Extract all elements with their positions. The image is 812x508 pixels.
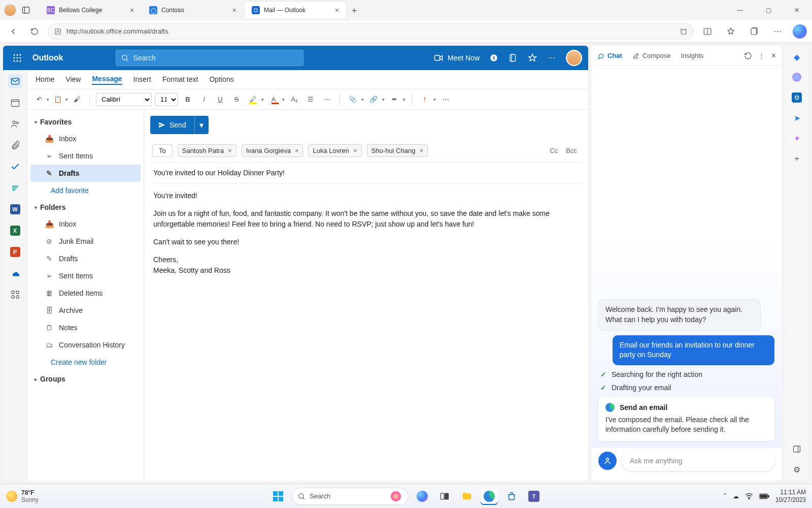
copilot-sidebar-icon[interactable]	[791, 71, 803, 83]
new-tab-button[interactable]: ＋	[347, 3, 361, 17]
edge-taskbar-icon[interactable]	[481, 488, 498, 505]
groups-section[interactable]: ▸Groups	[30, 371, 141, 387]
refresh-icon[interactable]	[744, 52, 752, 60]
onedrive-tray-icon[interactable]: ☁	[733, 493, 739, 500]
back-button[interactable]	[5, 23, 21, 40]
chevron-down-icon[interactable]: ▾	[47, 97, 49, 102]
outlook-sidebar-icon[interactable]: O	[791, 91, 803, 104]
files-rail-icon[interactable]	[8, 138, 22, 152]
split-screen-icon[interactable]	[699, 23, 716, 40]
search-sidebar-icon[interactable]: ◆	[791, 51, 803, 63]
favorites-icon[interactable]	[723, 23, 739, 40]
remove-chip-icon[interactable]: ×	[295, 147, 299, 154]
tab-bellows-college[interactable]: BC Bellows College ×	[40, 2, 141, 19]
address-bar[interactable]: http://outlook.office.com/mail/drafts	[48, 23, 694, 40]
close-icon[interactable]: ×	[232, 6, 236, 14]
bullets-button[interactable]: ☰	[304, 93, 317, 106]
chevron-down-icon[interactable]: ▾	[261, 97, 264, 102]
remove-chip-icon[interactable]: ×	[419, 147, 423, 154]
link-button[interactable]: 🔗	[367, 93, 380, 106]
ribbon-tab-format-text[interactable]: Format text	[162, 75, 198, 84]
site-info-icon[interactable]	[54, 28, 61, 35]
folders-section[interactable]: ▾Folders	[30, 199, 141, 215]
recipient-chip[interactable]: Luka Lovren×	[308, 144, 361, 157]
folder-inbox[interactable]: 📥Inbox	[30, 215, 141, 233]
bold-button[interactable]: B	[181, 93, 194, 106]
folder-sent[interactable]: ➢Sent Items	[30, 267, 141, 284]
recipient-chip[interactable]: Shu-hui Chang×	[367, 144, 428, 157]
remove-chip-icon[interactable]: ×	[228, 147, 232, 154]
hide-sidebar-icon[interactable]	[791, 443, 803, 455]
remove-chip-icon[interactable]: ×	[353, 147, 357, 154]
underline-button[interactable]: U	[214, 93, 227, 106]
people-rail-icon[interactable]	[8, 117, 22, 131]
highlight-button[interactable]: 🖊	[246, 93, 259, 106]
file-explorer-icon[interactable]	[458, 488, 476, 505]
start-button[interactable]	[269, 488, 287, 505]
format-painter-button[interactable]: 🖌	[70, 93, 83, 106]
clear-formatting-button[interactable]: Aᵪ	[288, 93, 301, 106]
message-body[interactable]: You're invited! Join us for a night of f…	[150, 183, 583, 283]
recipient-chip[interactable]: Santosh Patra×	[178, 144, 236, 157]
profile-avatar[interactable]	[4, 4, 16, 16]
add-sidebar-icon[interactable]: ＋	[791, 152, 803, 165]
copilot-taskbar-icon[interactable]	[414, 488, 431, 505]
more-formatting-button[interactable]: ⋯	[320, 93, 333, 106]
copilot-input[interactable]: Ask me anything	[622, 451, 774, 471]
copilot-avatar-icon[interactable]	[598, 452, 617, 470]
send-sidebar-icon[interactable]: ➤	[791, 112, 803, 124]
send-button[interactable]: Send ▾	[150, 116, 209, 134]
tab-contoso[interactable]: ◯ Contoso ×	[142, 2, 244, 19]
more-apps-rail-icon[interactable]	[8, 288, 22, 302]
folder-junk[interactable]: ⊘Junk Email	[30, 233, 141, 250]
tray-chevron-icon[interactable]: ˄	[724, 493, 727, 500]
folder-conversation-history[interactable]: 🗂Conversation History	[30, 336, 141, 354]
chevron-down-icon[interactable]: ▾	[403, 97, 405, 102]
mail-rail-icon[interactable]	[8, 74, 22, 88]
copilot-tab-chat[interactable]: Chat	[596, 50, 623, 61]
todo-rail-icon[interactable]	[8, 160, 22, 174]
onedrive-rail-icon[interactable]	[8, 266, 22, 280]
collections-icon[interactable]	[746, 23, 762, 40]
folder-archive[interactable]: 🗄Archive	[30, 302, 141, 319]
user-avatar[interactable]	[566, 50, 582, 66]
more-icon[interactable]: ⋮	[758, 52, 765, 59]
bookings-rail-icon[interactable]	[8, 181, 22, 195]
ribbon-tab-message[interactable]: Message	[92, 75, 122, 85]
signature-button[interactable]: ✒	[388, 93, 401, 106]
italic-button[interactable]: I	[197, 93, 211, 106]
chevron-down-icon[interactable]: ▾	[361, 97, 364, 102]
word-rail-icon[interactable]: W	[8, 202, 22, 216]
ribbon-tab-options[interactable]: Options	[209, 75, 233, 84]
add-favorite-link[interactable]: Add favorite	[30, 182, 141, 199]
onenote-feed-icon[interactable]	[508, 53, 518, 63]
app-launcher-icon[interactable]	[9, 50, 25, 66]
my-day-icon[interactable]	[527, 53, 537, 63]
shopping-icon[interactable]	[680, 27, 688, 36]
task-view-icon[interactable]	[436, 488, 453, 505]
close-window-button[interactable]: ✕	[786, 2, 808, 18]
chevron-down-icon[interactable]: ▾	[65, 97, 68, 102]
wifi-tray-icon[interactable]	[745, 492, 753, 500]
chevron-down-icon[interactable]: ▾	[433, 97, 436, 102]
settings-sidebar-icon[interactable]: ⚙	[791, 463, 803, 475]
tab-actions-icon[interactable]	[20, 5, 31, 16]
ribbon-tab-home[interactable]: Home	[36, 75, 54, 84]
attach-button[interactable]: 📎	[346, 93, 359, 106]
close-panel-icon[interactable]: ✕	[771, 52, 776, 59]
recipient-chip[interactable]: Ivana Gorgieva×	[242, 144, 303, 157]
copilot-tab-insights[interactable]: Insights	[680, 50, 705, 61]
send-split-button[interactable]: ▾	[194, 116, 209, 134]
cc-button[interactable]: Cc	[550, 147, 558, 154]
ribbon-tab-insert[interactable]: Insert	[133, 75, 151, 84]
chevron-down-icon[interactable]: ▾	[382, 97, 385, 102]
copilot-tab-compose[interactable]: Compose	[631, 50, 672, 61]
taskbar-clock[interactable]: 11:11 AM10/27/2023	[775, 489, 806, 503]
subject-field[interactable]: You're invited to our Holiday Dinner Par…	[150, 163, 583, 183]
paste-button[interactable]: 📋	[51, 93, 64, 106]
folder-drafts-fav[interactable]: ✎Drafts	[30, 165, 141, 182]
to-button[interactable]: To	[152, 144, 173, 157]
strikethrough-button[interactable]: S	[230, 93, 243, 106]
maximize-button[interactable]: ▢	[757, 2, 780, 18]
refresh-button[interactable]	[26, 23, 43, 40]
